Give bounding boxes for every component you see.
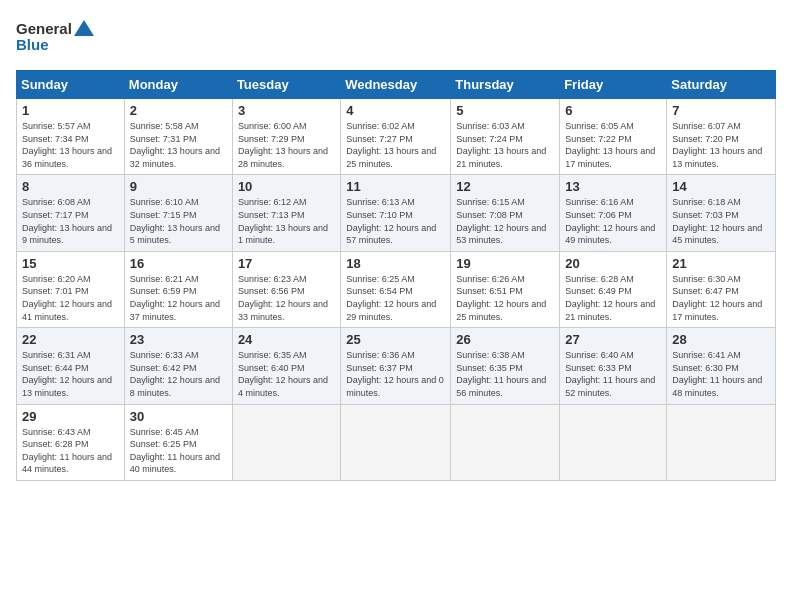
- logo-svg: General Blue: [16, 16, 96, 60]
- day-number: 9: [130, 179, 227, 194]
- day-info: Sunrise: 5:58 AMSunset: 7:31 PMDaylight:…: [130, 120, 227, 170]
- calendar-cell: 7Sunrise: 6:07 AMSunset: 7:20 PMDaylight…: [667, 99, 776, 175]
- day-number: 23: [130, 332, 227, 347]
- calendar-cell: [560, 404, 667, 480]
- day-info: Sunrise: 6:33 AMSunset: 6:42 PMDaylight:…: [130, 349, 227, 399]
- calendar-cell: [341, 404, 451, 480]
- day-number: 22: [22, 332, 119, 347]
- day-info: Sunrise: 6:36 AMSunset: 6:37 PMDaylight:…: [346, 349, 445, 399]
- day-info: Sunrise: 6:45 AMSunset: 6:25 PMDaylight:…: [130, 426, 227, 476]
- day-number: 24: [238, 332, 335, 347]
- day-number: 27: [565, 332, 661, 347]
- day-number: 2: [130, 103, 227, 118]
- day-info: Sunrise: 6:26 AMSunset: 6:51 PMDaylight:…: [456, 273, 554, 323]
- calendar-cell: 20Sunrise: 6:28 AMSunset: 6:49 PMDayligh…: [560, 251, 667, 327]
- calendar-cell: 15Sunrise: 6:20 AMSunset: 7:01 PMDayligh…: [17, 251, 125, 327]
- day-info: Sunrise: 6:28 AMSunset: 6:49 PMDaylight:…: [565, 273, 661, 323]
- day-info: Sunrise: 6:16 AMSunset: 7:06 PMDaylight:…: [565, 196, 661, 246]
- day-number: 11: [346, 179, 445, 194]
- day-info: Sunrise: 6:38 AMSunset: 6:35 PMDaylight:…: [456, 349, 554, 399]
- calendar-cell: 1Sunrise: 5:57 AMSunset: 7:34 PMDaylight…: [17, 99, 125, 175]
- day-info: Sunrise: 6:18 AMSunset: 7:03 PMDaylight:…: [672, 196, 770, 246]
- day-number: 13: [565, 179, 661, 194]
- calendar-cell: 9Sunrise: 6:10 AMSunset: 7:15 PMDaylight…: [124, 175, 232, 251]
- calendar-cell: 22Sunrise: 6:31 AMSunset: 6:44 PMDayligh…: [17, 328, 125, 404]
- day-number: 20: [565, 256, 661, 271]
- day-info: Sunrise: 6:43 AMSunset: 6:28 PMDaylight:…: [22, 426, 119, 476]
- day-number: 4: [346, 103, 445, 118]
- day-info: Sunrise: 6:25 AMSunset: 6:54 PMDaylight:…: [346, 273, 445, 323]
- day-info: Sunrise: 5:57 AMSunset: 7:34 PMDaylight:…: [22, 120, 119, 170]
- day-info: Sunrise: 6:15 AMSunset: 7:08 PMDaylight:…: [456, 196, 554, 246]
- day-number: 15: [22, 256, 119, 271]
- day-number: 30: [130, 409, 227, 424]
- calendar-cell: 29Sunrise: 6:43 AMSunset: 6:28 PMDayligh…: [17, 404, 125, 480]
- calendar-cell: 12Sunrise: 6:15 AMSunset: 7:08 PMDayligh…: [451, 175, 560, 251]
- day-info: Sunrise: 6:30 AMSunset: 6:47 PMDaylight:…: [672, 273, 770, 323]
- day-number: 25: [346, 332, 445, 347]
- calendar-week-2: 8Sunrise: 6:08 AMSunset: 7:17 PMDaylight…: [17, 175, 776, 251]
- calendar-cell: 16Sunrise: 6:21 AMSunset: 6:59 PMDayligh…: [124, 251, 232, 327]
- day-info: Sunrise: 6:12 AMSunset: 7:13 PMDaylight:…: [238, 196, 335, 246]
- day-header-thursday: Thursday: [451, 71, 560, 99]
- day-number: 5: [456, 103, 554, 118]
- calendar-cell: 4Sunrise: 6:02 AMSunset: 7:27 PMDaylight…: [341, 99, 451, 175]
- day-info: Sunrise: 6:13 AMSunset: 7:10 PMDaylight:…: [346, 196, 445, 246]
- day-info: Sunrise: 6:10 AMSunset: 7:15 PMDaylight:…: [130, 196, 227, 246]
- day-header-sunday: Sunday: [17, 71, 125, 99]
- calendar-cell: 17Sunrise: 6:23 AMSunset: 6:56 PMDayligh…: [232, 251, 340, 327]
- calendar-cell: 28Sunrise: 6:41 AMSunset: 6:30 PMDayligh…: [667, 328, 776, 404]
- calendar-week-1: 1Sunrise: 5:57 AMSunset: 7:34 PMDaylight…: [17, 99, 776, 175]
- svg-marker-2: [74, 20, 94, 36]
- page-header: General Blue: [16, 16, 776, 60]
- day-info: Sunrise: 6:23 AMSunset: 6:56 PMDaylight:…: [238, 273, 335, 323]
- svg-text:Blue: Blue: [16, 36, 49, 53]
- day-info: Sunrise: 6:41 AMSunset: 6:30 PMDaylight:…: [672, 349, 770, 399]
- day-info: Sunrise: 6:00 AMSunset: 7:29 PMDaylight:…: [238, 120, 335, 170]
- calendar-week-4: 22Sunrise: 6:31 AMSunset: 6:44 PMDayligh…: [17, 328, 776, 404]
- day-number: 14: [672, 179, 770, 194]
- calendar-table: SundayMondayTuesdayWednesdayThursdayFrid…: [16, 70, 776, 481]
- calendar-cell: 6Sunrise: 6:05 AMSunset: 7:22 PMDaylight…: [560, 99, 667, 175]
- day-number: 10: [238, 179, 335, 194]
- day-number: 21: [672, 256, 770, 271]
- day-header-monday: Monday: [124, 71, 232, 99]
- day-header-wednesday: Wednesday: [341, 71, 451, 99]
- day-number: 26: [456, 332, 554, 347]
- day-info: Sunrise: 6:02 AMSunset: 7:27 PMDaylight:…: [346, 120, 445, 170]
- day-number: 16: [130, 256, 227, 271]
- calendar-cell: 19Sunrise: 6:26 AMSunset: 6:51 PMDayligh…: [451, 251, 560, 327]
- calendar-cell: 25Sunrise: 6:36 AMSunset: 6:37 PMDayligh…: [341, 328, 451, 404]
- day-info: Sunrise: 6:31 AMSunset: 6:44 PMDaylight:…: [22, 349, 119, 399]
- calendar-week-3: 15Sunrise: 6:20 AMSunset: 7:01 PMDayligh…: [17, 251, 776, 327]
- day-number: 6: [565, 103, 661, 118]
- day-header-tuesday: Tuesday: [232, 71, 340, 99]
- day-number: 28: [672, 332, 770, 347]
- calendar-cell: 13Sunrise: 6:16 AMSunset: 7:06 PMDayligh…: [560, 175, 667, 251]
- day-info: Sunrise: 6:03 AMSunset: 7:24 PMDaylight:…: [456, 120, 554, 170]
- svg-text:General: General: [16, 20, 72, 37]
- day-info: Sunrise: 6:21 AMSunset: 6:59 PMDaylight:…: [130, 273, 227, 323]
- calendar-cell: 21Sunrise: 6:30 AMSunset: 6:47 PMDayligh…: [667, 251, 776, 327]
- calendar-cell: 14Sunrise: 6:18 AMSunset: 7:03 PMDayligh…: [667, 175, 776, 251]
- calendar-cell: 2Sunrise: 5:58 AMSunset: 7:31 PMDaylight…: [124, 99, 232, 175]
- calendar-cell: 11Sunrise: 6:13 AMSunset: 7:10 PMDayligh…: [341, 175, 451, 251]
- day-header-friday: Friday: [560, 71, 667, 99]
- logo: General Blue: [16, 16, 96, 60]
- calendar-cell: 8Sunrise: 6:08 AMSunset: 7:17 PMDaylight…: [17, 175, 125, 251]
- calendar-cell: 27Sunrise: 6:40 AMSunset: 6:33 PMDayligh…: [560, 328, 667, 404]
- calendar-cell: 26Sunrise: 6:38 AMSunset: 6:35 PMDayligh…: [451, 328, 560, 404]
- calendar-cell: 5Sunrise: 6:03 AMSunset: 7:24 PMDaylight…: [451, 99, 560, 175]
- calendar-cell: 3Sunrise: 6:00 AMSunset: 7:29 PMDaylight…: [232, 99, 340, 175]
- calendar-cell: [451, 404, 560, 480]
- day-info: Sunrise: 6:20 AMSunset: 7:01 PMDaylight:…: [22, 273, 119, 323]
- day-number: 12: [456, 179, 554, 194]
- day-info: Sunrise: 6:07 AMSunset: 7:20 PMDaylight:…: [672, 120, 770, 170]
- day-number: 3: [238, 103, 335, 118]
- day-number: 17: [238, 256, 335, 271]
- calendar-cell: 30Sunrise: 6:45 AMSunset: 6:25 PMDayligh…: [124, 404, 232, 480]
- day-info: Sunrise: 6:35 AMSunset: 6:40 PMDaylight:…: [238, 349, 335, 399]
- calendar-cell: 23Sunrise: 6:33 AMSunset: 6:42 PMDayligh…: [124, 328, 232, 404]
- day-info: Sunrise: 6:40 AMSunset: 6:33 PMDaylight:…: [565, 349, 661, 399]
- calendar-week-5: 29Sunrise: 6:43 AMSunset: 6:28 PMDayligh…: [17, 404, 776, 480]
